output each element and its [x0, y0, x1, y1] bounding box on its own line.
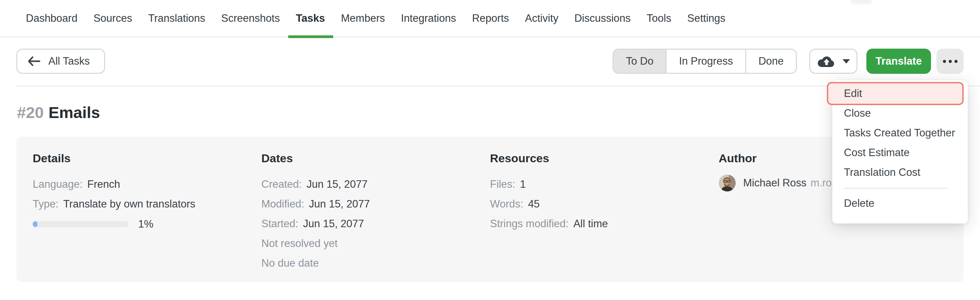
back-button-label: All Tasks [48, 55, 90, 67]
words-row: Words: 45 [490, 194, 719, 214]
nav-item-activity[interactable]: Activity [525, 0, 558, 37]
all-tasks-back-button[interactable]: All Tasks [16, 49, 105, 74]
nav-label: Tools [646, 12, 671, 24]
progress-percent-label: 1% [138, 218, 153, 230]
words-label: Words: [490, 198, 523, 210]
cloud-upload-icon [817, 54, 837, 68]
nav-label: Screenshots [221, 12, 280, 24]
filter-label: In Progress [679, 55, 733, 67]
arrow-left-icon [27, 56, 40, 66]
more-actions-button[interactable] [937, 49, 964, 74]
task-number: #20 [17, 103, 43, 122]
started-value: Jun 15, 2077 [303, 218, 364, 230]
menu-item-cost-estimate[interactable]: Cost Estimate [832, 143, 968, 163]
nav-item-tools[interactable]: Tools [646, 0, 671, 37]
created-row: Created: Jun 15, 2077 [261, 175, 490, 194]
not-resolved-text: Not resolved yet [261, 237, 337, 250]
strings-modified-row: Strings modified: All time [490, 214, 719, 234]
details-heading: Details [33, 152, 261, 165]
nav-label: Sources [94, 12, 132, 24]
nav-label: Translations [148, 12, 205, 24]
download-upload-dropdown-button[interactable] [809, 49, 858, 74]
filter-label: To Do [626, 55, 653, 67]
status-filter-group: To Do In Progress Done [612, 49, 797, 74]
page-title: #20 Emails [17, 103, 100, 122]
modified-row: Modified: Jun 15, 2077 [261, 194, 490, 214]
nav-label: Settings [687, 12, 725, 24]
details-section: Details Language: French Type: Translate… [33, 152, 261, 282]
due-date-note: No due date [261, 253, 490, 273]
strings-modified-label: Strings modified: [490, 218, 569, 230]
menu-item-label: Translation Cost [844, 166, 920, 179]
language-label: Language: [33, 178, 83, 190]
nav-item-dashboard[interactable]: Dashboard [26, 0, 78, 37]
resources-section: Resources Files: 1 Words: 45 Strings mod… [490, 152, 719, 282]
files-value: 1 [520, 178, 526, 190]
started-row: Started: Jun 15, 2077 [261, 214, 490, 234]
active-tab-underline [288, 35, 333, 38]
nav-label: Tasks [296, 12, 325, 24]
nav-item-discussions[interactable]: Discussions [574, 0, 630, 37]
ellipsis-icon [955, 60, 958, 63]
nav-label: Members [341, 12, 385, 24]
filter-in-progress-button[interactable]: In Progress [666, 50, 745, 73]
nav-item-integrations[interactable]: Integrations [401, 0, 456, 37]
menu-item-delete[interactable]: Delete [832, 194, 968, 213]
created-label: Created: [261, 178, 302, 190]
nav-label: Activity [525, 12, 558, 24]
toolbar-actions: To Do In Progress Done Translate [612, 49, 964, 74]
tooltip-remnant [851, 0, 872, 3]
chevron-down-icon [843, 59, 850, 63]
filter-label: Done [759, 55, 784, 67]
nav-item-screenshots[interactable]: Screenshots [221, 0, 280, 37]
filter-done-button[interactable]: Done [745, 50, 796, 73]
started-label: Started: [261, 218, 298, 230]
menu-item-tasks-created-together[interactable]: Tasks Created Together [832, 123, 968, 143]
translation-progress: 1% [33, 217, 261, 231]
resolved-note: Not resolved yet [261, 234, 490, 253]
modified-value: Jun 15, 2077 [309, 198, 370, 210]
task-title: Emails [48, 103, 100, 122]
nav-label: Discussions [574, 12, 630, 24]
menu-item-label: Cost Estimate [844, 147, 910, 159]
files-label: Files: [490, 178, 515, 190]
nav-item-sources[interactable]: Sources [94, 0, 132, 37]
nav-item-tasks[interactable]: Tasks [296, 0, 325, 37]
menu-item-label: Tasks Created Together [844, 127, 955, 139]
author-name: Michael Ross [743, 177, 807, 189]
language-row: Language: French [33, 175, 261, 194]
progress-fill [33, 221, 37, 227]
strings-modified-value: All time [573, 218, 608, 230]
menu-item-label: Delete [844, 197, 875, 210]
type-value: Translate by own translators [63, 198, 195, 210]
type-label: Type: [33, 198, 59, 210]
progress-track [33, 221, 129, 227]
task-detail-page: Dashboard Sources Translations Screensho… [0, 0, 980, 300]
menu-item-translation-cost[interactable]: Translation Cost [832, 163, 968, 182]
ellipsis-icon [943, 60, 946, 63]
menu-divider [844, 188, 947, 189]
dates-heading: Dates [261, 152, 490, 165]
translate-button[interactable]: Translate [866, 49, 931, 74]
language-value: French [88, 178, 120, 190]
menu-item-label: Close [844, 107, 871, 119]
task-summary-card: Details Language: French Type: Translate… [16, 137, 964, 282]
nav-item-reports[interactable]: Reports [472, 0, 509, 37]
more-actions-menu: Edit Close Tasks Created Together Cost E… [832, 80, 968, 224]
nav-item-members[interactable]: Members [341, 0, 385, 37]
translate-button-label: Translate [875, 55, 922, 67]
nav-label: Integrations [401, 12, 456, 24]
words-value: 45 [528, 198, 540, 210]
nav-item-translations[interactable]: Translations [148, 0, 205, 37]
filter-todo-button[interactable]: To Do [614, 50, 666, 73]
files-row: Files: 1 [490, 175, 719, 194]
no-due-date-text: No due date [261, 257, 319, 269]
nav-item-settings[interactable]: Settings [687, 0, 725, 37]
nav-label: Dashboard [26, 12, 78, 24]
menu-item-edit[interactable]: Edit [832, 84, 968, 103]
modified-label: Modified: [261, 198, 304, 210]
ellipsis-icon [949, 60, 952, 63]
resources-heading: Resources [490, 152, 719, 165]
menu-item-close[interactable]: Close [832, 103, 968, 123]
created-value: Jun 15, 2077 [307, 178, 368, 190]
